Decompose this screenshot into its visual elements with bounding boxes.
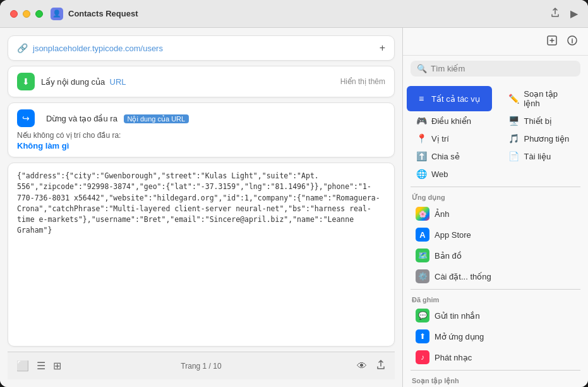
category-media[interactable]: 🎵 Phương tiện bbox=[500, 130, 585, 147]
list-view-button[interactable]: ☰ bbox=[37, 360, 45, 372]
link-icon: 🔗 bbox=[17, 43, 28, 53]
messages-label: Gửi tin nhắn bbox=[435, 311, 480, 321]
category-share[interactable]: ⬆️ Chia sẻ bbox=[407, 148, 492, 164]
document-icon: 📄 bbox=[508, 151, 520, 161]
settings-icon: ⚙️ bbox=[416, 269, 429, 283]
category-all-label: Tất cả tác vụ bbox=[431, 94, 480, 104]
page-info: Trang 1 / 10 bbox=[181, 362, 221, 371]
appstore-label: App Store bbox=[435, 230, 471, 240]
category-control-label: Điều khiển bbox=[431, 116, 471, 126]
location-icon: 📍 bbox=[416, 133, 427, 144]
separator-3 bbox=[411, 370, 580, 371]
maps-icon: 🗺️ bbox=[416, 249, 429, 262]
separator-2 bbox=[411, 289, 580, 290]
maximize-button[interactable] bbox=[35, 10, 43, 18]
share-cat-icon: ⬆️ bbox=[416, 151, 427, 161]
single-view-button[interactable]: ⬜ bbox=[16, 360, 29, 372]
photos-label: Ảnh bbox=[435, 209, 449, 219]
app-maps[interactable]: 🗺️ Bản đồ bbox=[407, 245, 584, 266]
play-music-label: Phát nhạc bbox=[435, 353, 472, 362]
appstore-icon: A bbox=[416, 228, 429, 242]
category-compose[interactable]: ✏️ Soạn tập lệnh bbox=[500, 86, 585, 111]
stop-icon: ↪ bbox=[17, 109, 35, 127]
stop-label: Dừng và tạo đầu ra Nội dung của URL bbox=[46, 114, 385, 123]
info-button[interactable] bbox=[567, 35, 578, 49]
scripting-section-label: Soạn tập lệnh bbox=[403, 373, 588, 386]
minimize-button[interactable] bbox=[23, 10, 30, 18]
pinned-play-music[interactable]: ♪ Phát nhạc bbox=[407, 347, 584, 367]
category-document-label: Tài liệu bbox=[524, 152, 551, 161]
category-device-label: Thiết bị bbox=[524, 116, 553, 126]
control-icon: 🎮 bbox=[416, 116, 427, 126]
photos-icon: 🌸 bbox=[416, 207, 429, 221]
url-bar[interactable]: 🔗 jsonplaceholder.typicode.com/users + bbox=[8, 35, 395, 61]
app-icon: 👤 bbox=[51, 8, 63, 20]
open-app-label: Mở ứng dụng bbox=[435, 332, 484, 341]
bottom-bar: ⬜ ☰ ⊞ Trang 1 / 10 👁 bbox=[8, 352, 395, 379]
separator-1 bbox=[411, 187, 580, 187]
category-document[interactable]: 📄 Tài liệu bbox=[500, 148, 585, 164]
get-content-icon: ⬇ bbox=[17, 73, 35, 90]
get-content-label: Lấy nội dung của URL bbox=[41, 77, 340, 87]
grid-view-button[interactable]: ⊞ bbox=[53, 360, 61, 372]
traffic-lights bbox=[10, 10, 43, 18]
no-action-button[interactable]: Không làm gì bbox=[17, 141, 385, 150]
device-icon: 🖥️ bbox=[508, 116, 520, 126]
open-app-icon: ⬆ bbox=[416, 329, 429, 343]
media-icon: 🎵 bbox=[508, 133, 520, 144]
compose-icon: ✏️ bbox=[508, 94, 520, 104]
stop-row: ↪ Dừng và tạo đầu ra Nội dung của URL bbox=[17, 109, 385, 127]
maps-label: Bản đồ bbox=[435, 251, 462, 261]
no-location-text: Nếu không có vị trí cho đầu ra: bbox=[17, 131, 385, 140]
category-web-label: Web bbox=[431, 169, 448, 179]
get-content-action[interactable]: ⬇ Lấy nội dung của URL Hiển thị thêm bbox=[8, 66, 395, 97]
preview-icon[interactable]: 👁 bbox=[357, 360, 367, 372]
bottom-right-controls: 👁 bbox=[357, 360, 386, 372]
close-button[interactable] bbox=[10, 10, 18, 18]
apps-section-label: Ứng dụng bbox=[403, 190, 588, 203]
messages-icon: 💬 bbox=[416, 309, 429, 322]
titlebar: 👤 Contacts Request ▶ bbox=[0, 0, 588, 28]
app-photos[interactable]: 🌸 Ảnh bbox=[407, 204, 584, 224]
titlebar-actions: ▶ bbox=[550, 8, 578, 20]
category-compose-label: Soạn tập lệnh bbox=[524, 89, 575, 108]
left-panel: 🔗 jsonplaceholder.typicode.com/users + ⬇… bbox=[0, 28, 403, 387]
main-content: 🔗 jsonplaceholder.typicode.com/users + ⬇… bbox=[0, 28, 588, 387]
play-icon[interactable]: ▶ bbox=[570, 8, 578, 20]
url-value: jsonplaceholder.typicode.com/users bbox=[33, 44, 375, 53]
pinned-messages[interactable]: 💬 Gửi tin nhắn bbox=[407, 305, 584, 326]
play-music-icon: ♪ bbox=[416, 350, 429, 364]
category-location-label: Vị trí bbox=[431, 134, 449, 144]
settings-label: Cài đặt... thống bbox=[435, 272, 491, 281]
right-panel: 🔍 ≡ Tất cả tác vụ ✏️ Soạn tập lệnh bbox=[403, 28, 588, 387]
category-location[interactable]: 📍 Vị trí bbox=[407, 130, 492, 147]
pinned-open-app[interactable]: ⬆ Mở ứng dụng bbox=[407, 326, 584, 347]
search-icon: 🔍 bbox=[417, 64, 427, 73]
data-output: {"address":{"city":"Gwenborough","street… bbox=[8, 163, 395, 347]
app-appstore[interactable]: A App Store bbox=[407, 224, 584, 245]
category-device[interactable]: 🖥️ Thiết bị bbox=[500, 113, 585, 129]
search-bar[interactable]: 🔍 bbox=[411, 61, 580, 77]
view-controls: ⬜ ☰ ⊞ bbox=[16, 360, 61, 372]
categories-grid: ≡ Tất cả tác vụ ✏️ Soạn tập lệnh 🎮 Điều … bbox=[403, 84, 588, 184]
pinned-section-label: Đã ghim bbox=[403, 292, 588, 305]
bottom-bar-wrapper: ⬜ ☰ ⊞ Trang 1 / 10 👁 bbox=[8, 352, 395, 379]
right-toolbar bbox=[403, 28, 588, 56]
category-control[interactable]: 🎮 Điều khiển bbox=[407, 113, 492, 129]
stop-output-block: ↪ Dừng và tạo đầu ra Nội dung của URL Nế… bbox=[8, 102, 395, 157]
category-all-actions[interactable]: ≡ Tất cả tác vụ bbox=[407, 86, 492, 111]
window-title: Contacts Request bbox=[68, 9, 550, 18]
category-share-label: Chia sẻ bbox=[431, 152, 460, 161]
new-item-button[interactable] bbox=[546, 35, 558, 49]
export-icon[interactable] bbox=[376, 360, 386, 372]
category-media-label: Phương tiện bbox=[524, 134, 570, 144]
right-content: ≡ Tất cả tác vụ ✏️ Soạn tập lệnh 🎮 Điều … bbox=[403, 82, 588, 387]
main-window: 👤 Contacts Request ▶ 🔗 jsonplaceholder.t… bbox=[0, 0, 588, 387]
add-url-button[interactable]: + bbox=[380, 42, 385, 54]
show-more-button[interactable]: Hiển thị thêm bbox=[340, 77, 385, 86]
category-web[interactable]: 🌐 Web bbox=[407, 166, 492, 182]
web-icon: 🌐 bbox=[416, 169, 427, 179]
share-icon[interactable] bbox=[550, 8, 560, 20]
search-input[interactable] bbox=[431, 64, 574, 73]
app-settings[interactable]: ⚙️ Cài đặt... thống bbox=[407, 266, 584, 286]
